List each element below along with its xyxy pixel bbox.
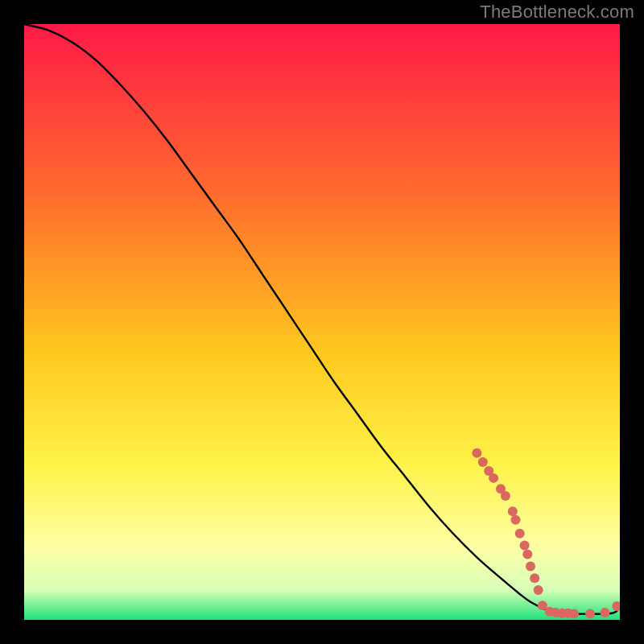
curve-marker [522, 550, 532, 559]
curve-marker [472, 448, 481, 458]
curve-marker [534, 585, 543, 595]
curve-marker [489, 473, 498, 483]
curve-marker [515, 529, 525, 539]
curve-marker [478, 457, 488, 467]
curve-marker [526, 561, 535, 571]
curve-marker [585, 609, 595, 619]
curve-marker [601, 608, 610, 617]
curve-marker [511, 515, 521, 525]
curve-marker [501, 491, 510, 501]
curve-marker [508, 506, 518, 516]
chart-background [24, 24, 620, 620]
chart-frame: TheBottleneck.com [0, 0, 644, 644]
curve-marker [520, 541, 530, 551]
curve-marker [569, 609, 579, 619]
chart-svg [24, 24, 620, 620]
chart-plot-area [24, 24, 620, 620]
curve-marker [530, 573, 539, 583]
watermark-text: TheBottleneck.com [480, 3, 634, 21]
